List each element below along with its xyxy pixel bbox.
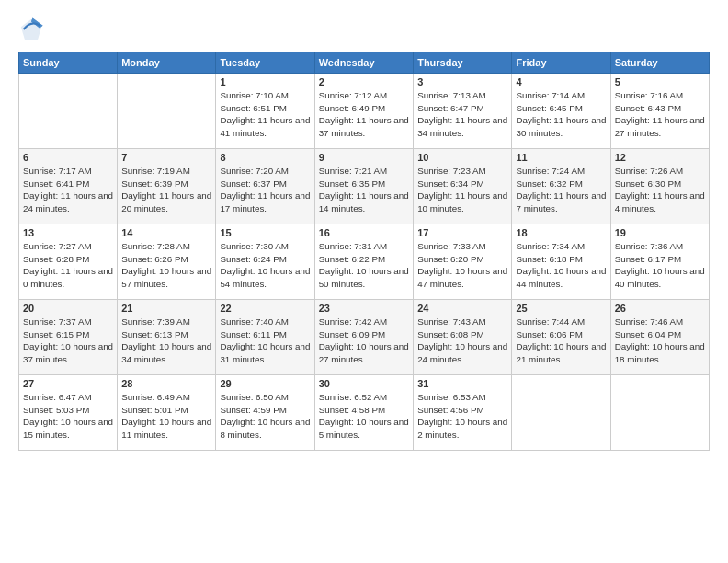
day-detail: Sunrise: 7:40 AMSunset: 6:11 PMDaylight:… bbox=[220, 316, 310, 366]
calendar-cell: 8Sunrise: 7:20 AMSunset: 6:37 PMDaylight… bbox=[216, 149, 314, 224]
day-detail: Sunrise: 6:49 AMSunset: 5:01 PMDaylight:… bbox=[121, 391, 211, 442]
day-detail: Sunrise: 6:52 AMSunset: 4:58 PMDaylight:… bbox=[319, 391, 409, 442]
weekday-header-saturday: Saturday bbox=[610, 52, 709, 74]
day-detail: Sunrise: 7:14 AMSunset: 6:45 PMDaylight:… bbox=[516, 89, 606, 140]
calendar-cell: 24Sunrise: 7:43 AMSunset: 6:08 PMDayligh… bbox=[414, 300, 512, 375]
day-number: 22 bbox=[220, 303, 310, 314]
calendar-cell: 1Sunrise: 7:10 AMSunset: 6:51 PMDaylight… bbox=[216, 74, 314, 149]
week-row-5: 27Sunrise: 6:47 AMSunset: 5:03 PMDayligh… bbox=[19, 375, 710, 451]
day-number: 12 bbox=[615, 152, 705, 163]
weekday-header-friday: Friday bbox=[512, 52, 610, 74]
day-detail: Sunrise: 7:39 AMSunset: 6:13 PMDaylight:… bbox=[121, 316, 211, 366]
calendar-cell: 26Sunrise: 7:46 AMSunset: 6:04 PMDayligh… bbox=[610, 300, 709, 375]
day-number: 8 bbox=[220, 152, 310, 163]
calendar-cell: 13Sunrise: 7:27 AMSunset: 6:28 PMDayligh… bbox=[19, 224, 118, 300]
day-number: 29 bbox=[220, 378, 310, 389]
calendar-cell: 18Sunrise: 7:34 AMSunset: 6:18 PMDayligh… bbox=[512, 224, 610, 300]
week-row-3: 13Sunrise: 7:27 AMSunset: 6:28 PMDayligh… bbox=[19, 224, 710, 300]
day-detail: Sunrise: 6:50 AMSunset: 4:59 PMDaylight:… bbox=[220, 391, 310, 442]
day-detail: Sunrise: 7:17 AMSunset: 6:41 PMDaylight:… bbox=[23, 165, 113, 215]
calendar-cell bbox=[118, 74, 216, 149]
day-number: 26 bbox=[615, 303, 705, 314]
calendar-cell: 10Sunrise: 7:23 AMSunset: 6:34 PMDayligh… bbox=[414, 149, 512, 224]
calendar-cell: 12Sunrise: 7:26 AMSunset: 6:30 PMDayligh… bbox=[610, 149, 709, 224]
calendar-cell: 29Sunrise: 6:50 AMSunset: 4:59 PMDayligh… bbox=[216, 375, 314, 451]
day-detail: Sunrise: 7:16 AMSunset: 6:43 PMDaylight:… bbox=[615, 89, 705, 140]
day-detail: Sunrise: 7:43 AMSunset: 6:08 PMDaylight:… bbox=[417, 316, 507, 366]
day-number: 9 bbox=[319, 152, 409, 163]
day-number: 5 bbox=[615, 76, 705, 87]
weekday-header-monday: Monday bbox=[118, 52, 216, 74]
day-detail: Sunrise: 6:53 AMSunset: 4:56 PMDaylight:… bbox=[417, 391, 507, 442]
day-number: 14 bbox=[121, 227, 211, 238]
calendar-cell: 11Sunrise: 7:24 AMSunset: 6:32 PMDayligh… bbox=[512, 149, 610, 224]
calendar-cell: 21Sunrise: 7:39 AMSunset: 6:13 PMDayligh… bbox=[118, 300, 216, 375]
calendar-cell: 5Sunrise: 7:16 AMSunset: 6:43 PMDaylight… bbox=[610, 74, 709, 149]
weekday-header-wednesday: Wednesday bbox=[314, 52, 413, 74]
day-number: 31 bbox=[417, 378, 507, 389]
logo bbox=[18, 17, 48, 42]
calendar-table: SundayMondayTuesdayWednesdayThursdayFrid… bbox=[18, 52, 710, 451]
calendar-cell: 7Sunrise: 7:19 AMSunset: 6:39 PMDaylight… bbox=[118, 149, 216, 224]
calendar-cell: 17Sunrise: 7:33 AMSunset: 6:20 PMDayligh… bbox=[414, 224, 512, 300]
day-detail: Sunrise: 7:42 AMSunset: 6:09 PMDaylight:… bbox=[319, 316, 409, 366]
calendar-cell: 2Sunrise: 7:12 AMSunset: 6:49 PMDaylight… bbox=[314, 74, 413, 149]
weekday-header-tuesday: Tuesday bbox=[216, 52, 314, 74]
calendar-cell: 4Sunrise: 7:14 AMSunset: 6:45 PMDaylight… bbox=[512, 74, 610, 149]
day-number: 18 bbox=[516, 227, 606, 238]
day-detail: Sunrise: 6:47 AMSunset: 5:03 PMDaylight:… bbox=[23, 391, 113, 442]
day-detail: Sunrise: 7:23 AMSunset: 6:34 PMDaylight:… bbox=[417, 165, 507, 215]
day-number: 27 bbox=[23, 378, 113, 389]
day-number: 7 bbox=[121, 152, 211, 163]
day-number: 13 bbox=[23, 227, 113, 238]
page-header bbox=[18, 17, 710, 42]
weekday-header-sunday: Sunday bbox=[19, 52, 118, 74]
calendar-cell: 3Sunrise: 7:13 AMSunset: 6:47 PMDaylight… bbox=[414, 74, 512, 149]
calendar-cell: 6Sunrise: 7:17 AMSunset: 6:41 PMDaylight… bbox=[19, 149, 118, 224]
calendar-cell bbox=[19, 74, 118, 149]
day-number: 10 bbox=[417, 152, 507, 163]
day-number: 6 bbox=[23, 152, 113, 163]
day-number: 28 bbox=[121, 378, 211, 389]
week-row-4: 20Sunrise: 7:37 AMSunset: 6:15 PMDayligh… bbox=[19, 300, 710, 375]
calendar-cell: 28Sunrise: 6:49 AMSunset: 5:01 PMDayligh… bbox=[118, 375, 216, 451]
day-detail: Sunrise: 7:12 AMSunset: 6:49 PMDaylight:… bbox=[319, 89, 409, 140]
calendar-cell: 25Sunrise: 7:44 AMSunset: 6:06 PMDayligh… bbox=[512, 300, 610, 375]
day-detail: Sunrise: 7:28 AMSunset: 6:26 PMDaylight:… bbox=[121, 240, 211, 291]
day-detail: Sunrise: 7:24 AMSunset: 6:32 PMDaylight:… bbox=[516, 165, 606, 215]
calendar-cell: 15Sunrise: 7:30 AMSunset: 6:24 PMDayligh… bbox=[216, 224, 314, 300]
day-detail: Sunrise: 7:31 AMSunset: 6:22 PMDaylight:… bbox=[319, 240, 409, 291]
calendar-cell: 23Sunrise: 7:42 AMSunset: 6:09 PMDayligh… bbox=[314, 300, 413, 375]
calendar-page: SundayMondayTuesdayWednesdayThursdayFrid… bbox=[0, 0, 728, 563]
day-number: 24 bbox=[417, 303, 507, 314]
day-detail: Sunrise: 7:33 AMSunset: 6:20 PMDaylight:… bbox=[417, 240, 507, 291]
day-detail: Sunrise: 7:30 AMSunset: 6:24 PMDaylight:… bbox=[220, 240, 310, 291]
weekday-header-thursday: Thursday bbox=[414, 52, 512, 74]
calendar-cell bbox=[512, 375, 610, 451]
week-row-1: 1Sunrise: 7:10 AMSunset: 6:51 PMDaylight… bbox=[19, 74, 710, 149]
day-detail: Sunrise: 7:46 AMSunset: 6:04 PMDaylight:… bbox=[615, 316, 705, 366]
calendar-cell: 30Sunrise: 6:52 AMSunset: 4:58 PMDayligh… bbox=[314, 375, 413, 451]
day-number: 17 bbox=[417, 227, 507, 238]
day-detail: Sunrise: 7:19 AMSunset: 6:39 PMDaylight:… bbox=[121, 165, 211, 215]
calendar-cell: 19Sunrise: 7:36 AMSunset: 6:17 PMDayligh… bbox=[610, 224, 709, 300]
calendar-cell: 9Sunrise: 7:21 AMSunset: 6:35 PMDaylight… bbox=[314, 149, 413, 224]
day-number: 3 bbox=[417, 76, 507, 87]
calendar-cell: 27Sunrise: 6:47 AMSunset: 5:03 PMDayligh… bbox=[19, 375, 118, 451]
weekday-header-row: SundayMondayTuesdayWednesdayThursdayFrid… bbox=[19, 52, 710, 74]
day-detail: Sunrise: 7:34 AMSunset: 6:18 PMDaylight:… bbox=[516, 240, 606, 291]
calendar-cell: 20Sunrise: 7:37 AMSunset: 6:15 PMDayligh… bbox=[19, 300, 118, 375]
day-number: 30 bbox=[319, 378, 409, 389]
day-detail: Sunrise: 7:13 AMSunset: 6:47 PMDaylight:… bbox=[417, 89, 507, 140]
day-number: 16 bbox=[319, 227, 409, 238]
day-detail: Sunrise: 7:26 AMSunset: 6:30 PMDaylight:… bbox=[615, 165, 705, 215]
calendar-cell: 31Sunrise: 6:53 AMSunset: 4:56 PMDayligh… bbox=[414, 375, 512, 451]
calendar-cell: 22Sunrise: 7:40 AMSunset: 6:11 PMDayligh… bbox=[216, 300, 314, 375]
day-detail: Sunrise: 7:21 AMSunset: 6:35 PMDaylight:… bbox=[319, 165, 409, 215]
day-number: 25 bbox=[516, 303, 606, 314]
day-number: 20 bbox=[23, 303, 113, 314]
logo-icon bbox=[18, 17, 44, 42]
day-number: 15 bbox=[220, 227, 310, 238]
day-detail: Sunrise: 7:10 AMSunset: 6:51 PMDaylight:… bbox=[220, 89, 310, 140]
day-number: 4 bbox=[516, 76, 606, 87]
